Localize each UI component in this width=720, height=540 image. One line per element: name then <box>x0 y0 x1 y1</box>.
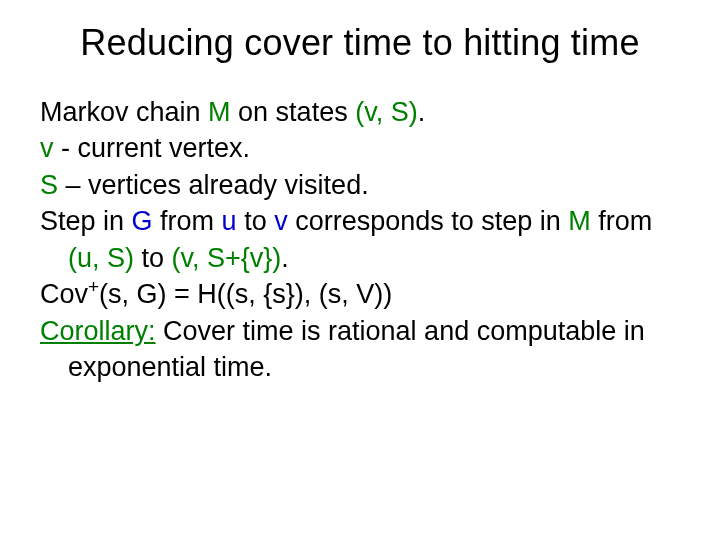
text: corresponds to step in <box>288 206 569 236</box>
var-u: u <box>222 206 237 236</box>
text: – vertices already visited. <box>58 170 369 200</box>
var-v2: v <box>274 206 288 236</box>
text: . <box>281 243 289 273</box>
text: - current vertex. <box>54 133 251 163</box>
corollary-label: Corollary: <box>40 316 156 346</box>
var-M: M <box>208 97 231 127</box>
line-6: Corollary: Cover time is rational and co… <box>40 313 680 386</box>
cov-sup: + <box>88 276 99 297</box>
text: on states <box>231 97 356 127</box>
var-v: v <box>40 133 54 163</box>
var-S: S <box>40 170 58 200</box>
slide-body: Markov chain M on states (v, S). v - cur… <box>40 94 680 386</box>
text: Step in <box>40 206 132 236</box>
line-3: S – vertices already visited. <box>40 167 680 203</box>
text: to <box>237 206 275 236</box>
text: from <box>591 206 653 236</box>
var-M2: M <box>568 206 591 236</box>
corollary-underline: Corollary: <box>40 316 156 346</box>
line-1: Markov chain M on states (v, S). <box>40 94 680 130</box>
line-2: v - current vertex. <box>40 130 680 166</box>
text: . <box>418 97 426 127</box>
text: Markov chain <box>40 97 208 127</box>
line-4: Step in G from u to v corresponds to ste… <box>40 203 680 276</box>
text: to <box>134 243 172 273</box>
state-vSv: (v, S+{v}) <box>172 243 282 273</box>
cov-rest: (s, G) = H((s, {s}), (s, V)) <box>99 279 392 309</box>
slide: Reducing cover time to hitting time Mark… <box>0 0 720 540</box>
line-5: Cov+(s, G) = H((s, {s}), (s, V)) <box>40 276 680 312</box>
cov-text: Cov <box>40 279 88 309</box>
slide-title: Reducing cover time to hitting time <box>40 22 680 64</box>
text: from <box>153 206 222 236</box>
var-G: G <box>132 206 153 236</box>
state-vS: (v, S) <box>355 97 418 127</box>
state-uS: (u, S) <box>68 243 134 273</box>
